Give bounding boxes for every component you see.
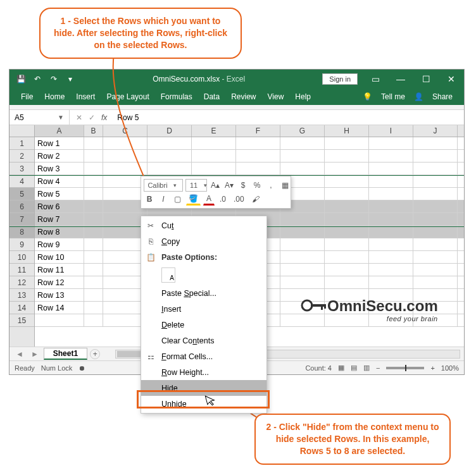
- cell[interactable]: [369, 200, 413, 212]
- cell[interactable]: Row 2: [35, 150, 84, 162]
- row-header[interactable]: 9: [9, 238, 34, 251]
- view-pagebreak-icon[interactable]: ▥: [363, 364, 370, 372]
- fx-icon[interactable]: fx: [101, 113, 107, 122]
- share-icon[interactable]: 👤: [414, 92, 423, 101]
- tab-home[interactable]: Home: [44, 92, 65, 101]
- border-icon[interactable]: ▢: [172, 193, 184, 206]
- tab-data[interactable]: Data: [204, 92, 220, 101]
- fill-color-icon[interactable]: 🪣: [186, 193, 201, 206]
- bold-icon[interactable]: B: [144, 193, 155, 206]
- tab-pagelayout[interactable]: Page Layout: [106, 92, 149, 101]
- col-header-j[interactable]: J: [413, 125, 458, 137]
- name-box[interactable]: A5 ▼: [9, 110, 70, 125]
- cell[interactable]: [325, 188, 369, 200]
- cell[interactable]: [280, 163, 325, 175]
- cell[interactable]: [369, 188, 413, 200]
- cell[interactable]: [413, 238, 458, 250]
- cell[interactable]: [84, 226, 103, 238]
- close-icon[interactable]: ✕: [439, 70, 464, 89]
- cell[interactable]: [103, 137, 147, 149]
- cell[interactable]: [84, 314, 103, 326]
- sheet-nav-prev-icon[interactable]: ◄: [13, 350, 26, 359]
- cell[interactable]: [35, 314, 84, 326]
- tellme-label[interactable]: Tell me: [381, 92, 405, 101]
- cell[interactable]: [280, 251, 325, 263]
- cell[interactable]: [84, 238, 103, 250]
- decrease-decimal-icon[interactable]: .0: [217, 193, 229, 206]
- cell[interactable]: [280, 302, 325, 314]
- cell[interactable]: [280, 137, 325, 149]
- cell[interactable]: [413, 314, 458, 326]
- col-header-g[interactable]: G: [280, 125, 325, 137]
- cell[interactable]: [192, 150, 236, 162]
- cell[interactable]: [413, 137, 458, 149]
- view-normal-icon[interactable]: ▦: [338, 364, 344, 372]
- row-header[interactable]: 5: [9, 188, 34, 200]
- percent-format-icon[interactable]: %: [251, 179, 263, 192]
- cell[interactable]: Row 12: [35, 276, 84, 288]
- decrease-font-icon[interactable]: A▾: [223, 179, 235, 192]
- cell[interactable]: [369, 137, 413, 149]
- table-row[interactable]: Row 1: [35, 137, 464, 150]
- cell[interactable]: [413, 302, 458, 314]
- cell[interactable]: Row 8: [35, 226, 84, 238]
- sheet-tab-sheet1[interactable]: Sheet1: [44, 348, 87, 360]
- zoom-level[interactable]: 100%: [441, 364, 459, 372]
- menu-cut[interactable]: ✂Cut: [141, 218, 266, 233]
- cell[interactable]: [369, 163, 413, 175]
- menu-paste-default[interactable]: A: [141, 265, 266, 285]
- font-color-icon[interactable]: A: [203, 193, 215, 206]
- row-header[interactable]: 13: [9, 289, 34, 302]
- tab-insert[interactable]: Insert: [76, 92, 95, 101]
- cell[interactable]: [369, 251, 413, 263]
- row-header[interactable]: 7: [9, 213, 34, 226]
- cell[interactable]: [84, 200, 103, 212]
- maximize-icon[interactable]: ☐: [413, 70, 439, 89]
- col-header-i[interactable]: I: [369, 125, 413, 137]
- cell[interactable]: [280, 213, 325, 225]
- select-all-corner[interactable]: [9, 125, 35, 137]
- increase-font-icon[interactable]: A▴: [210, 179, 221, 192]
- cell[interactable]: [84, 188, 103, 200]
- cell[interactable]: [103, 150, 147, 162]
- cell[interactable]: [84, 163, 103, 175]
- cell[interactable]: [413, 276, 458, 288]
- cell[interactable]: [369, 150, 413, 162]
- cell[interactable]: [325, 251, 369, 263]
- cell[interactable]: [280, 150, 325, 162]
- cell[interactable]: [325, 226, 369, 238]
- row-header[interactable]: 6: [9, 200, 34, 213]
- menu-format-cells[interactable]: ⚏Format Cells...: [141, 348, 266, 364]
- menu-hide[interactable]: Hide: [141, 380, 266, 396]
- cell[interactable]: [147, 150, 192, 162]
- cell[interactable]: [369, 213, 413, 225]
- cell[interactable]: [192, 163, 236, 175]
- cell[interactable]: [280, 276, 325, 288]
- cell[interactable]: [325, 302, 369, 314]
- macro-record-icon[interactable]: ⏺: [78, 364, 85, 372]
- cell[interactable]: [84, 213, 103, 225]
- menu-unhide[interactable]: Unhide: [141, 396, 266, 412]
- cell[interactable]: [413, 264, 458, 276]
- row-header[interactable]: 3: [9, 163, 34, 175]
- cell[interactable]: [369, 302, 413, 314]
- cell[interactable]: [280, 289, 325, 301]
- paste-default-icon[interactable]: A: [161, 267, 175, 283]
- qat-dropdown-icon[interactable]: ▾: [65, 74, 75, 84]
- cell[interactable]: [413, 213, 458, 225]
- ribbon-options-icon[interactable]: ▭: [363, 70, 388, 89]
- menu-copy[interactable]: ⎘Copy: [141, 233, 266, 249]
- tab-help[interactable]: Help: [295, 92, 311, 101]
- cell[interactable]: [236, 137, 280, 149]
- font-size-select[interactable]: 11▾: [185, 179, 207, 192]
- cell[interactable]: [325, 314, 369, 326]
- cell[interactable]: Row 9: [35, 238, 84, 250]
- row-header[interactable]: 1: [9, 137, 34, 150]
- cell[interactable]: Row 3: [35, 163, 84, 175]
- cell[interactable]: [236, 163, 280, 175]
- cell[interactable]: [84, 137, 103, 149]
- cell[interactable]: [413, 188, 458, 200]
- row-header[interactable]: 8: [9, 226, 34, 238]
- cell[interactable]: [192, 137, 236, 149]
- cell[interactable]: [84, 175, 103, 187]
